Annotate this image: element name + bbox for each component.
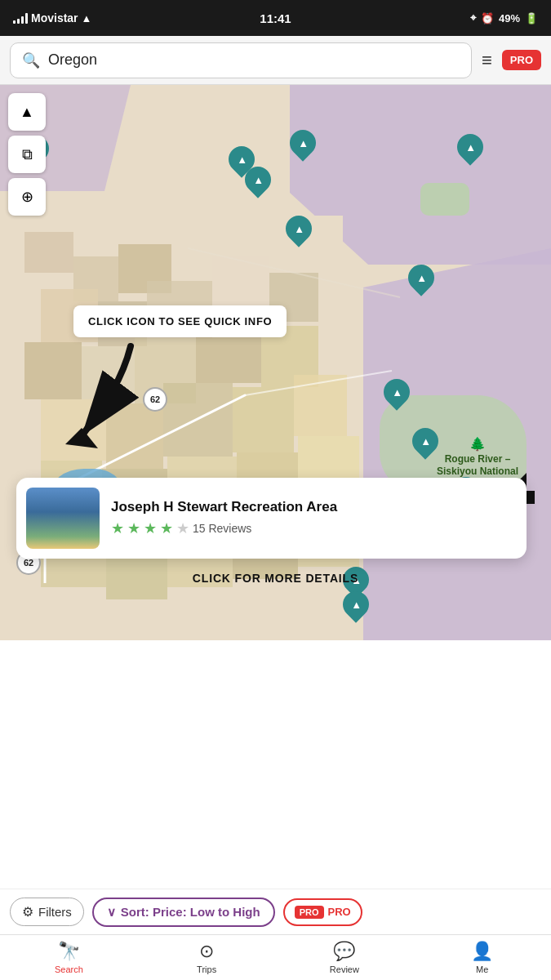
camp-marker-6[interactable]: ▲ (286, 216, 312, 247)
nav-me-label: Me (476, 964, 488, 974)
filters-button[interactable]: ⚙ Filters (10, 898, 84, 926)
nav-item-trips[interactable]: ⊙ Trips (138, 936, 276, 979)
sort-label: Sort: Price: Low to High (121, 905, 260, 919)
pro-filter-text: PRO (328, 906, 351, 918)
map-tooltip: CLICK ICON TO SEE QUICK INFO (73, 305, 287, 337)
star-3: ★ (144, 519, 157, 537)
gps-btn[interactable]: ⊕ (8, 178, 46, 216)
filters-label: Filters (38, 905, 72, 919)
star-5: ★ (176, 519, 189, 537)
star-4: ★ (160, 519, 173, 537)
campsite-stars: ★ ★ ★ ★ ★ 15 Reviews (111, 519, 517, 537)
camp-marker-4[interactable]: ▲ (457, 134, 483, 165)
camp-marker-3[interactable]: ▲ (290, 130, 316, 161)
campsite-name: Joseph H Stewart Recreation Area (111, 499, 517, 515)
location-icon: ⌖ (470, 11, 476, 24)
search-value: Oregon (48, 51, 97, 69)
review-nav-icon: 💬 (333, 941, 355, 962)
layers-btn[interactable]: ⧉ (8, 136, 46, 173)
search-nav-icon: 🔭 (58, 941, 80, 962)
carrier-label: Movistar (31, 11, 78, 24)
status-left: Movistar ▲ (13, 11, 91, 24)
camp-marker-5[interactable]: ▲ (245, 167, 271, 198)
svg-rect-1 (24, 232, 73, 273)
star-1: ★ (111, 519, 124, 537)
pro-badge[interactable]: PRO (502, 50, 541, 70)
nav-review-label: Review (330, 964, 359, 974)
pro-filter-badge: PRO (295, 906, 324, 919)
menu-icon[interactable]: ≡ (478, 47, 495, 74)
bottom-toolbar: ⚙ Filters ∨ Sort: Price: Low to High PRO… (0, 889, 551, 934)
search-icon: 🔍 (22, 51, 40, 69)
svg-marker-35 (65, 428, 98, 448)
battery-icon: 🔋 (525, 12, 538, 24)
nav-item-me[interactable]: 👤 Me (413, 936, 551, 979)
signal-icon (13, 12, 28, 24)
click-more-text: CLICK FOR MORE DETAILS (0, 572, 551, 585)
bottom-nav: 🔭 Search ⊙ Trips 💬 Review 👤 Me (0, 934, 551, 980)
battery-label: 49% (499, 12, 520, 24)
campsite-info: Joseph H Stewart Recreation Area ★ ★ ★ ★… (111, 499, 517, 537)
wifi-icon: ▲ (82, 12, 92, 24)
map-controls: ▲ ⧉ ⊕ (8, 93, 46, 216)
status-bar: Movistar ▲ 11:41 ⌖ ⏰ 49% 🔋 (0, 0, 551, 36)
nav-item-search[interactable]: 🔭 Search (0, 936, 138, 979)
arrow-annotation-top (57, 338, 155, 452)
camp-marker-8[interactable]: ▲ (384, 379, 410, 410)
camp-marker-bottom[interactable]: ▲ (343, 591, 369, 622)
status-right: ⌖ ⏰ 49% 🔋 (470, 11, 538, 24)
filters-icon: ⚙ (22, 904, 33, 920)
me-nav-icon: 👤 (471, 941, 493, 962)
location-btn[interactable]: ▲ (8, 93, 46, 131)
nav-item-review[interactable]: 💬 Review (276, 936, 414, 979)
search-input-wrap[interactable]: 🔍 Oregon (10, 42, 472, 78)
pro-filter-button[interactable]: PRO PRO (283, 898, 362, 926)
svg-rect-18 (294, 375, 347, 436)
sort-chevron-icon: ∨ (107, 905, 116, 920)
nav-trips-label: Trips (197, 964, 216, 974)
alarm-icon: ⏰ (481, 12, 494, 24)
star-2: ★ (127, 519, 140, 537)
map-area[interactable]: 62 62 ⛺ ▲ ▲ ▲ ▲ ▲ ▲ ▲ ▲ ▲ ▲ ▲ ▲ 🌲 Rog (0, 85, 551, 640)
campsite-thumbnail (26, 488, 100, 549)
sort-button[interactable]: ∨ Sort: Price: Low to High (92, 898, 275, 927)
reviews-count: 15 Reviews (193, 522, 251, 535)
campsite-card[interactable]: Joseph H Stewart Recreation Area ★ ★ ★ ★… (16, 478, 527, 559)
camp-marker-7[interactable]: ▲ (408, 265, 434, 296)
clock: 11:41 (260, 11, 291, 25)
search-bar: 🔍 Oregon ≡ PRO (0, 36, 551, 85)
trips-nav-icon: ⊙ (199, 941, 214, 962)
nav-search-label: Search (55, 964, 83, 974)
